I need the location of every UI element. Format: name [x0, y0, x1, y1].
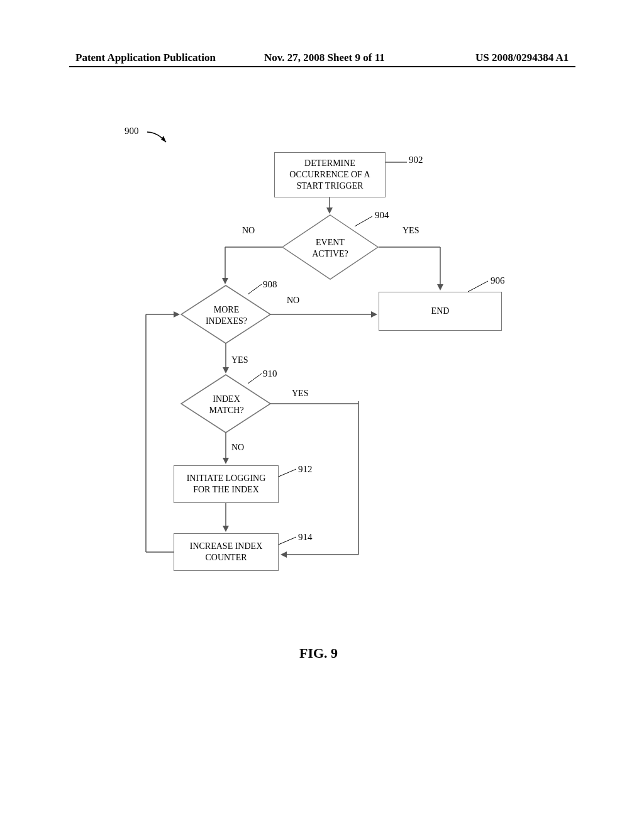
- svg-line-30: [279, 537, 296, 545]
- ref-line-912-icon: [279, 468, 301, 480]
- ref-label-902: 902: [409, 155, 423, 165]
- edge-label-910-yes: YES: [292, 389, 308, 399]
- arrow-908-906-icon: [270, 312, 384, 318]
- terminator-906: END: [379, 292, 502, 331]
- arrow-910-914-vert-icon: [356, 401, 362, 558]
- ref-line-902-icon: [386, 160, 411, 164]
- ref-label-900: 900: [125, 126, 139, 136]
- ref-line-906-icon: [468, 279, 493, 294]
- svg-line-27: [279, 469, 296, 477]
- ref-arrow-900-icon: [145, 128, 182, 153]
- arrow-912-914-icon: [221, 503, 233, 536]
- edge-label-908-yes: YES: [231, 355, 248, 365]
- decision-904-text: EVENT ACTIVE?: [299, 237, 362, 259]
- svg-line-5: [355, 216, 372, 226]
- flowchart-diagram: 900 DETERMINE OCCURRENCE OF A START TRIG…: [0, 0, 644, 830]
- ref-line-910-icon: [248, 372, 267, 386]
- svg-marker-29: [223, 526, 229, 532]
- ref-line-908-icon: [248, 283, 267, 297]
- svg-line-20: [248, 374, 262, 384]
- arrow-910-right-icon: [270, 401, 396, 407]
- ref-line-914-icon: [279, 536, 301, 548]
- svg-marker-11: [437, 284, 443, 290]
- svg-line-12: [468, 281, 488, 292]
- edge-label-904-no: NO: [242, 226, 255, 236]
- svg-marker-26: [223, 458, 229, 464]
- arrow-910-912-icon: [221, 433, 233, 468]
- svg-line-14: [248, 284, 262, 294]
- ref-line-904-icon: [355, 214, 377, 229]
- arrow-914-908-icon: [143, 311, 219, 575]
- svg-marker-34: [174, 311, 180, 318]
- figure-caption: FIG. 9: [299, 645, 338, 661]
- edge-label-904-yes: YES: [402, 226, 419, 236]
- process-902: DETERMINE OCCURRENCE OF A START TRIGGER: [274, 152, 386, 197]
- svg-marker-16: [371, 311, 377, 318]
- svg-marker-0: [161, 136, 166, 142]
- svg-marker-24: [280, 551, 287, 558]
- edge-label-910-no: NO: [231, 443, 244, 453]
- arrow-910-914-horz-icon: [279, 552, 361, 558]
- edge-label-908-no: NO: [287, 296, 299, 306]
